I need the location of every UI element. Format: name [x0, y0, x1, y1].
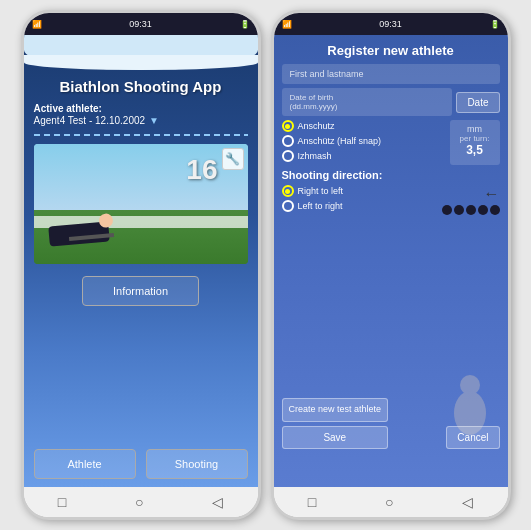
phone-nav-bar-left: □ ○ ◁: [24, 487, 258, 517]
status-bar-left: 📶 09:31 🔋: [24, 13, 258, 35]
battery-icon-left: 🔋: [240, 20, 250, 29]
per-turn-label: per turn:: [458, 134, 492, 143]
radio-anschutz-label: Anschutz: [298, 121, 335, 131]
wrench-icon: 🔧: [225, 152, 240, 166]
signal-icon-right: 📶: [282, 20, 292, 29]
save-button[interactable]: Save: [282, 426, 389, 449]
dob-label: Date of birth(dd.mm.yyyy): [290, 93, 445, 111]
radio-left-to-right[interactable]: Left to right: [282, 200, 436, 212]
brand-radio-section: Anschutz Anschütz (Half snap) Izhmash mm…: [282, 120, 500, 165]
left-phone-content: Biathlon Shooting App Active athlete: Ag…: [24, 35, 258, 487]
mm-label: mm: [458, 124, 492, 134]
dropdown-arrow-icon[interactable]: ▼: [149, 115, 159, 126]
right-phone-content: Register new athlete First and lastname …: [274, 35, 508, 487]
back-nav-icon-right[interactable]: ◁: [462, 494, 473, 510]
right-phone: 📶 09:31 🔋 Register new athlete First and…: [271, 10, 511, 520]
athlete-row: Agent4 Test - 12.10.2002 ▼: [34, 115, 248, 126]
time-left: 09:31: [129, 19, 152, 29]
radio-izhmash-circle: [282, 150, 294, 162]
arrow-icon: ←: [484, 185, 500, 203]
circle-nav-icon[interactable]: ○: [135, 494, 143, 510]
radio-ltr-circle: [282, 200, 294, 212]
time-right: 09:31: [379, 19, 402, 29]
dot-2: [454, 205, 464, 215]
radio-item-izhmash[interactable]: Izhmash: [282, 150, 446, 162]
mm-box: mm per turn: 3,5: [450, 120, 500, 165]
dot-1: [442, 205, 452, 215]
radio-halfsnap-circle: [282, 135, 294, 147]
radio-izhmash-label: Izhmash: [298, 151, 332, 161]
snow-decoration: [24, 35, 258, 70]
square-nav-icon-right[interactable]: □: [308, 494, 316, 510]
square-nav-icon[interactable]: □: [58, 494, 66, 510]
radio-item-halfsnap[interactable]: Anschütz (Half snap): [282, 135, 446, 147]
divider: [34, 134, 248, 136]
wrench-button[interactable]: 🔧: [222, 148, 244, 170]
shooting-direction-section: Shooting direction: Right to left Left t…: [282, 169, 500, 215]
left-phone: 📶 09:31 🔋 Biathlon Shooting App Active a…: [21, 10, 261, 520]
svg-rect-2: [466, 393, 474, 401]
name-placeholder: First and lastname: [290, 69, 492, 79]
dots-row: [442, 205, 500, 215]
status-bar-right: 📶 09:31 🔋: [274, 13, 508, 35]
direction-row: Right to left Left to right ←: [282, 185, 500, 215]
athlete-nav-button[interactable]: Athlete: [34, 449, 136, 479]
app-title: Biathlon Shooting App: [34, 78, 248, 95]
date-button[interactable]: Date: [456, 92, 499, 113]
dot-3: [466, 205, 476, 215]
create-test-athlete-button[interactable]: Create new test athlete: [282, 398, 389, 422]
dob-row: Date of birth(dd.mm.yyyy) Date: [282, 88, 500, 116]
photo-area: 16 🔧: [34, 144, 248, 264]
cancel-button[interactable]: Cancel: [446, 426, 499, 449]
create-btn-label: Create new test athlete: [289, 404, 382, 414]
active-athlete-section: Active athlete: Agent4 Test - 12.10.2002…: [24, 99, 258, 130]
dot-5: [490, 205, 500, 215]
brand-radio-list: Anschutz Anschütz (Half snap) Izhmash: [282, 120, 446, 165]
register-title: Register new athlete: [282, 43, 500, 58]
radio-rtl-circle: [282, 185, 294, 197]
battery-icon-right: 🔋: [490, 20, 500, 29]
bottom-action-btns: Create new test athlete Save: [282, 398, 389, 449]
information-btn-area: Information: [34, 276, 248, 306]
radio-anschutz-circle: [282, 120, 294, 132]
biathlon-scene: 16: [34, 144, 248, 264]
direction-options: Right to left Left to right: [282, 185, 436, 215]
radio-item-anschutz[interactable]: Anschutz: [282, 120, 446, 132]
signal-icon: 📶: [32, 20, 42, 29]
target-number: 16: [186, 154, 217, 186]
athlete-name: Agent4 Test - 12.10.2002: [34, 115, 146, 126]
radio-halfsnap-label: Anschütz (Half snap): [298, 136, 382, 146]
phone-nav-bar-right: □ ○ ◁: [274, 487, 508, 517]
athlete-btn-label: Athlete: [67, 458, 101, 470]
arrow-dots-area: ←: [442, 185, 500, 215]
dot-4: [478, 205, 488, 215]
shooting-dir-title: Shooting direction:: [282, 169, 500, 181]
athlete-figure: [49, 209, 109, 249]
information-button[interactable]: Information: [82, 276, 199, 306]
active-label: Active athlete:: [34, 103, 248, 114]
shooting-nav-button[interactable]: Shooting: [146, 449, 248, 479]
circle-nav-icon-right[interactable]: ○: [385, 494, 393, 510]
radio-right-to-left[interactable]: Right to left: [282, 185, 436, 197]
dob-field[interactable]: Date of birth(dd.mm.yyyy): [282, 88, 453, 116]
app-title-area: Biathlon Shooting App: [24, 70, 258, 99]
radio-ltr-label: Left to right: [298, 201, 343, 211]
back-nav-icon[interactable]: ◁: [212, 494, 223, 510]
radio-rtl-label: Right to left: [298, 186, 344, 196]
name-field[interactable]: First and lastname: [282, 64, 500, 84]
bottom-nav: Athlete Shooting: [24, 441, 258, 487]
per-turn-value: 3,5: [458, 143, 492, 157]
shooting-btn-label: Shooting: [175, 458, 218, 470]
